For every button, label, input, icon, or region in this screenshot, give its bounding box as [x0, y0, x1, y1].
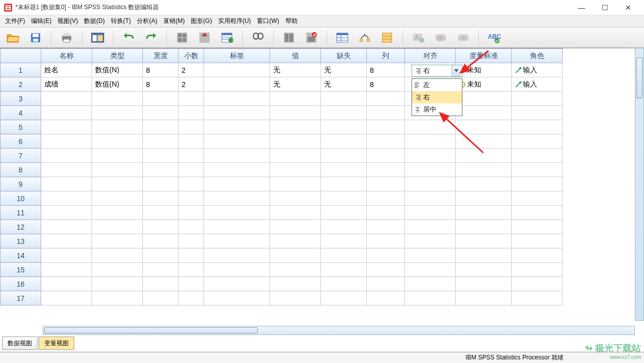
- row-header[interactable]: 5: [1, 120, 41, 134]
- empty-cell[interactable]: [456, 163, 512, 177]
- spellcheck-button[interactable]: ABC: [486, 30, 502, 46]
- menu-transform[interactable]: 转换(T): [108, 16, 134, 26]
- find-button[interactable]: [250, 30, 266, 46]
- close-button[interactable]: ✕: [617, 0, 640, 15]
- cell-columns[interactable]: 8: [367, 63, 405, 77]
- empty-cell[interactable]: [321, 220, 367, 234]
- empty-cell[interactable]: [456, 149, 512, 163]
- row-header[interactable]: 13: [1, 234, 41, 248]
- empty-cell[interactable]: [456, 263, 512, 277]
- empty-cell[interactable]: [92, 234, 143, 248]
- cell-values[interactable]: 无: [270, 63, 321, 77]
- cell-measure[interactable]: 未知: [456, 77, 512, 92]
- empty-cell[interactable]: [204, 277, 270, 291]
- align-option[interactable]: 右: [412, 91, 462, 103]
- empty-cell[interactable]: [270, 149, 321, 163]
- empty-cell[interactable]: [405, 277, 456, 291]
- empty-cell[interactable]: [143, 291, 179, 305]
- empty-cell[interactable]: [367, 134, 405, 149]
- empty-cell[interactable]: [41, 206, 92, 220]
- tab-data-view[interactable]: 数据视图: [2, 337, 38, 350]
- empty-cell[interactable]: [179, 92, 204, 106]
- empty-cell[interactable]: [92, 149, 143, 163]
- menu-view[interactable]: 视图(V): [54, 16, 81, 26]
- row-header[interactable]: 3: [1, 92, 41, 106]
- empty-cell[interactable]: [456, 234, 512, 248]
- empty-cell[interactable]: [512, 291, 563, 305]
- hscroll-thumb[interactable]: [44, 327, 258, 333]
- empty-cell[interactable]: [405, 120, 456, 134]
- empty-cell[interactable]: [179, 177, 204, 191]
- empty-cell[interactable]: [179, 206, 204, 220]
- empty-cell[interactable]: [270, 106, 321, 120]
- sets-button[interactable]: [432, 30, 449, 46]
- col-columns[interactable]: 列: [367, 49, 405, 63]
- menu-window[interactable]: 窗口(W): [254, 16, 282, 26]
- print-button[interactable]: [58, 30, 75, 46]
- empty-cell[interactable]: [179, 277, 204, 291]
- row-header[interactable]: 12: [1, 220, 41, 234]
- cell-label[interactable]: [204, 63, 270, 77]
- open-button[interactable]: [5, 30, 21, 46]
- empty-cell[interactable]: [512, 92, 563, 106]
- col-role[interactable]: 角色: [512, 49, 563, 63]
- empty-cell[interactable]: [143, 277, 179, 291]
- empty-cell[interactable]: [367, 263, 405, 277]
- cell-columns[interactable]: 8: [367, 77, 405, 92]
- dropdown-arrow-icon[interactable]: [452, 65, 460, 76]
- empty-cell[interactable]: [405, 291, 456, 305]
- row-header[interactable]: 8: [1, 163, 41, 177]
- vertical-scrollbar[interactable]: [635, 48, 644, 321]
- empty-cell[interactable]: [143, 248, 179, 263]
- empty-cell[interactable]: [270, 220, 321, 234]
- menu-analyze[interactable]: 分析(A): [134, 16, 160, 26]
- empty-cell[interactable]: [405, 220, 456, 234]
- empty-cell[interactable]: [92, 248, 143, 263]
- empty-cell[interactable]: [512, 149, 563, 163]
- empty-cell[interactable]: [456, 291, 512, 305]
- empty-cell[interactable]: [512, 106, 563, 120]
- align-option[interactable]: 居中: [412, 103, 462, 116]
- empty-cell[interactable]: [92, 263, 143, 277]
- menu-util[interactable]: 实用程序(U): [215, 16, 254, 26]
- empty-cell[interactable]: [405, 248, 456, 263]
- save-button[interactable]: [27, 30, 44, 46]
- split-file-button[interactable]: [281, 30, 297, 46]
- cell-missing[interactable]: 无: [321, 77, 367, 92]
- cell-name[interactable]: 成绩: [41, 77, 92, 92]
- row-header[interactable]: 14: [1, 248, 41, 263]
- empty-cell[interactable]: [405, 177, 456, 191]
- empty-cell[interactable]: [204, 106, 270, 120]
- empty-cell[interactable]: [204, 177, 270, 191]
- empty-cell[interactable]: [512, 163, 563, 177]
- show-all-button[interactable]: A: [410, 30, 426, 46]
- align-option[interactable]: 左: [412, 79, 462, 91]
- cell-role[interactable]: 输入: [512, 77, 563, 92]
- vscroll-thumb[interactable]: [636, 58, 642, 98]
- menu-help[interactable]: 帮助: [282, 16, 301, 26]
- col-type[interactable]: 类型: [92, 49, 143, 63]
- empty-cell[interactable]: [512, 263, 563, 277]
- empty-cell[interactable]: [92, 291, 143, 305]
- row-header[interactable]: 4: [1, 106, 41, 120]
- empty-cell[interactable]: [405, 149, 456, 163]
- empty-cell[interactable]: [270, 206, 321, 220]
- empty-cell[interactable]: [143, 120, 179, 134]
- use-sets-button[interactable]: [379, 30, 395, 46]
- empty-cell[interactable]: [512, 177, 563, 191]
- empty-cell[interactable]: [367, 163, 405, 177]
- empty-cell[interactable]: [204, 206, 270, 220]
- row-header[interactable]: 17: [1, 291, 41, 305]
- empty-cell[interactable]: [367, 248, 405, 263]
- empty-cell[interactable]: [204, 134, 270, 149]
- empty-cell[interactable]: [179, 291, 204, 305]
- empty-cell[interactable]: [179, 248, 204, 263]
- cell-type[interactable]: 数值(N): [92, 63, 143, 77]
- empty-cell[interactable]: [41, 220, 92, 234]
- empty-cell[interactable]: [41, 191, 92, 206]
- empty-cell[interactable]: [179, 191, 204, 206]
- empty-cell[interactable]: [367, 149, 405, 163]
- empty-cell[interactable]: [405, 263, 456, 277]
- empty-cell[interactable]: [270, 120, 321, 134]
- empty-cell[interactable]: [143, 234, 179, 248]
